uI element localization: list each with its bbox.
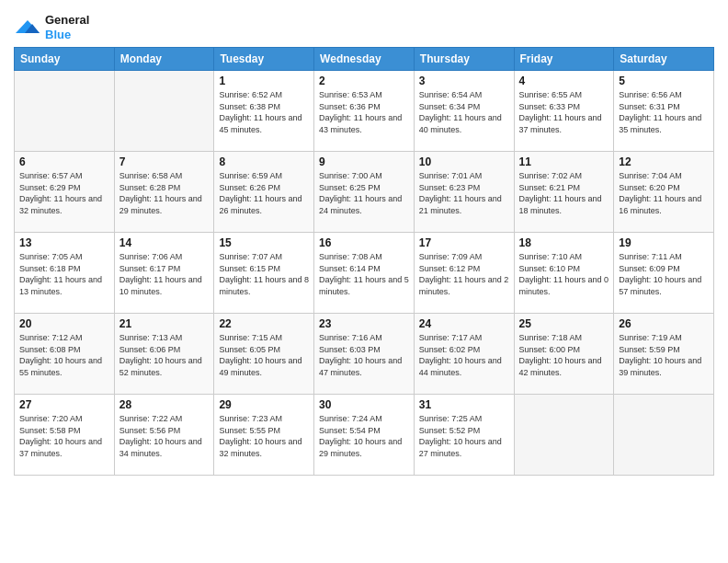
calendar-cell [15, 71, 115, 152]
day-info: Sunrise: 7:16 AMSunset: 6:03 PMDaylight:… [319, 332, 409, 378]
calendar-cell: 1Sunrise: 6:52 AMSunset: 6:38 PMDaylight… [214, 71, 314, 152]
day-info: Sunrise: 7:09 AMSunset: 6:12 PMDaylight:… [419, 251, 509, 297]
day-info: Sunrise: 6:55 AMSunset: 6:33 PMDaylight:… [519, 89, 609, 135]
day-info: Sunrise: 7:02 AMSunset: 6:21 PMDaylight:… [519, 170, 609, 216]
day-number: 13 [19, 236, 109, 249]
calendar-cell: 16Sunrise: 7:08 AMSunset: 6:14 PMDayligh… [314, 233, 415, 314]
day-number: 19 [619, 236, 709, 249]
day-number: 14 [119, 236, 210, 249]
calendar-cell: 28Sunrise: 7:22 AMSunset: 5:56 PMDayligh… [114, 395, 214, 476]
calendar-cell: 24Sunrise: 7:17 AMSunset: 6:02 PMDayligh… [414, 314, 514, 395]
day-info: Sunrise: 6:54 AMSunset: 6:34 PMDaylight:… [419, 89, 509, 135]
day-number: 5 [619, 75, 709, 87]
logo: General Blue [14, 13, 89, 41]
calendar-week-3: 13Sunrise: 7:05 AMSunset: 6:18 PMDayligh… [15, 233, 714, 314]
calendar-cell: 5Sunrise: 6:56 AMSunset: 6:31 PMDaylight… [614, 71, 714, 152]
calendar-cell: 21Sunrise: 7:13 AMSunset: 6:06 PMDayligh… [114, 314, 214, 395]
day-info: Sunrise: 7:18 AMSunset: 6:00 PMDaylight:… [519, 332, 609, 378]
day-number: 29 [219, 398, 309, 411]
day-number: 17 [419, 236, 509, 249]
calendar-cell: 2Sunrise: 6:53 AMSunset: 6:36 PMDaylight… [314, 71, 415, 152]
day-number: 1 [219, 75, 309, 87]
day-number: 23 [319, 317, 409, 330]
day-number: 18 [519, 236, 609, 249]
day-number: 22 [219, 317, 309, 330]
calendar-cell: 3Sunrise: 6:54 AMSunset: 6:34 PMDaylight… [414, 71, 514, 152]
day-number: 8 [219, 155, 309, 168]
day-number: 20 [19, 317, 109, 330]
calendar-week-4: 20Sunrise: 7:12 AMSunset: 6:08 PMDayligh… [15, 314, 714, 395]
calendar-cell: 9Sunrise: 7:00 AMSunset: 6:25 PMDaylight… [314, 152, 415, 233]
calendar-cell: 14Sunrise: 7:06 AMSunset: 6:17 PMDayligh… [114, 233, 214, 314]
calendar-cell: 4Sunrise: 6:55 AMSunset: 6:33 PMDaylight… [514, 71, 614, 152]
day-info: Sunrise: 6:57 AMSunset: 6:29 PMDaylight:… [19, 170, 109, 216]
day-number: 31 [419, 398, 509, 411]
weekday-header-wednesday: Wednesday [314, 48, 415, 71]
calendar-cell: 13Sunrise: 7:05 AMSunset: 6:18 PMDayligh… [15, 233, 115, 314]
day-info: Sunrise: 7:10 AMSunset: 6:10 PMDaylight:… [519, 251, 609, 297]
day-info: Sunrise: 7:08 AMSunset: 6:14 PMDaylight:… [319, 251, 409, 297]
day-info: Sunrise: 7:25 AMSunset: 5:52 PMDaylight:… [419, 413, 509, 459]
page-header: General Blue [14, 9, 714, 41]
day-number: 3 [419, 75, 509, 87]
day-info: Sunrise: 7:13 AMSunset: 6:06 PMDaylight:… [119, 332, 210, 378]
day-info: Sunrise: 7:22 AMSunset: 5:56 PMDaylight:… [119, 413, 210, 459]
calendar-cell: 17Sunrise: 7:09 AMSunset: 6:12 PMDayligh… [414, 233, 514, 314]
logo-icon [14, 17, 41, 39]
calendar-cell: 15Sunrise: 7:07 AMSunset: 6:15 PMDayligh… [214, 233, 314, 314]
weekday-header-friday: Friday [514, 48, 614, 71]
logo-text: General Blue [45, 13, 89, 41]
day-info: Sunrise: 7:00 AMSunset: 6:25 PMDaylight:… [319, 170, 409, 216]
day-info: Sunrise: 7:15 AMSunset: 6:05 PMDaylight:… [219, 332, 309, 378]
day-info: Sunrise: 7:04 AMSunset: 6:20 PMDaylight:… [619, 170, 709, 216]
day-number: 24 [419, 317, 509, 330]
calendar-cell: 22Sunrise: 7:15 AMSunset: 6:05 PMDayligh… [214, 314, 314, 395]
day-info: Sunrise: 7:19 AMSunset: 5:59 PMDaylight:… [619, 332, 709, 378]
day-info: Sunrise: 6:58 AMSunset: 6:28 PMDaylight:… [119, 170, 210, 216]
calendar-cell: 31Sunrise: 7:25 AMSunset: 5:52 PMDayligh… [414, 395, 514, 476]
weekday-header-thursday: Thursday [414, 48, 514, 71]
day-number: 11 [519, 155, 609, 168]
calendar-cell: 18Sunrise: 7:10 AMSunset: 6:10 PMDayligh… [514, 233, 614, 314]
day-info: Sunrise: 6:56 AMSunset: 6:31 PMDaylight:… [619, 89, 709, 135]
day-number: 30 [319, 398, 409, 411]
calendar-cell: 12Sunrise: 7:04 AMSunset: 6:20 PMDayligh… [614, 152, 714, 233]
day-info: Sunrise: 6:53 AMSunset: 6:36 PMDaylight:… [319, 89, 409, 135]
calendar-cell: 23Sunrise: 7:16 AMSunset: 6:03 PMDayligh… [314, 314, 415, 395]
day-number: 10 [419, 155, 509, 168]
weekday-header-row: SundayMondayTuesdayWednesdayThursdayFrid… [15, 48, 714, 71]
day-info: Sunrise: 7:12 AMSunset: 6:08 PMDaylight:… [19, 332, 109, 378]
day-number: 15 [219, 236, 309, 249]
day-info: Sunrise: 7:17 AMSunset: 6:02 PMDaylight:… [419, 332, 509, 378]
calendar-week-2: 6Sunrise: 6:57 AMSunset: 6:29 PMDaylight… [15, 152, 714, 233]
calendar-cell: 26Sunrise: 7:19 AMSunset: 5:59 PMDayligh… [614, 314, 714, 395]
calendar-cell: 10Sunrise: 7:01 AMSunset: 6:23 PMDayligh… [414, 152, 514, 233]
calendar-cell: 7Sunrise: 6:58 AMSunset: 6:28 PMDaylight… [114, 152, 214, 233]
calendar-cell: 19Sunrise: 7:11 AMSunset: 6:09 PMDayligh… [614, 233, 714, 314]
calendar-week-1: 1Sunrise: 6:52 AMSunset: 6:38 PMDaylight… [15, 71, 714, 152]
day-number: 25 [519, 317, 609, 330]
weekday-header-tuesday: Tuesday [214, 48, 314, 71]
day-number: 28 [119, 398, 210, 411]
day-number: 4 [519, 75, 609, 87]
calendar-cell: 30Sunrise: 7:24 AMSunset: 5:54 PMDayligh… [314, 395, 415, 476]
calendar-cell: 27Sunrise: 7:20 AMSunset: 5:58 PMDayligh… [15, 395, 115, 476]
day-number: 6 [19, 155, 109, 168]
calendar-cell [514, 395, 614, 476]
calendar-cell: 6Sunrise: 6:57 AMSunset: 6:29 PMDaylight… [15, 152, 115, 233]
weekday-header-sunday: Sunday [15, 48, 115, 71]
day-number: 21 [119, 317, 210, 330]
day-number: 12 [619, 155, 709, 168]
day-info: Sunrise: 7:11 AMSunset: 6:09 PMDaylight:… [619, 251, 709, 297]
day-info: Sunrise: 7:01 AMSunset: 6:23 PMDaylight:… [419, 170, 509, 216]
day-info: Sunrise: 6:52 AMSunset: 6:38 PMDaylight:… [219, 89, 309, 135]
weekday-header-monday: Monday [114, 48, 214, 71]
calendar-cell: 11Sunrise: 7:02 AMSunset: 6:21 PMDayligh… [514, 152, 614, 233]
day-info: Sunrise: 7:05 AMSunset: 6:18 PMDaylight:… [19, 251, 109, 297]
calendar-table: SundayMondayTuesdayWednesdayThursdayFrid… [14, 47, 714, 476]
day-number: 27 [19, 398, 109, 411]
calendar-cell: 8Sunrise: 6:59 AMSunset: 6:26 PMDaylight… [214, 152, 314, 233]
day-number: 7 [119, 155, 210, 168]
calendar-cell: 20Sunrise: 7:12 AMSunset: 6:08 PMDayligh… [15, 314, 115, 395]
calendar-cell [114, 71, 214, 152]
